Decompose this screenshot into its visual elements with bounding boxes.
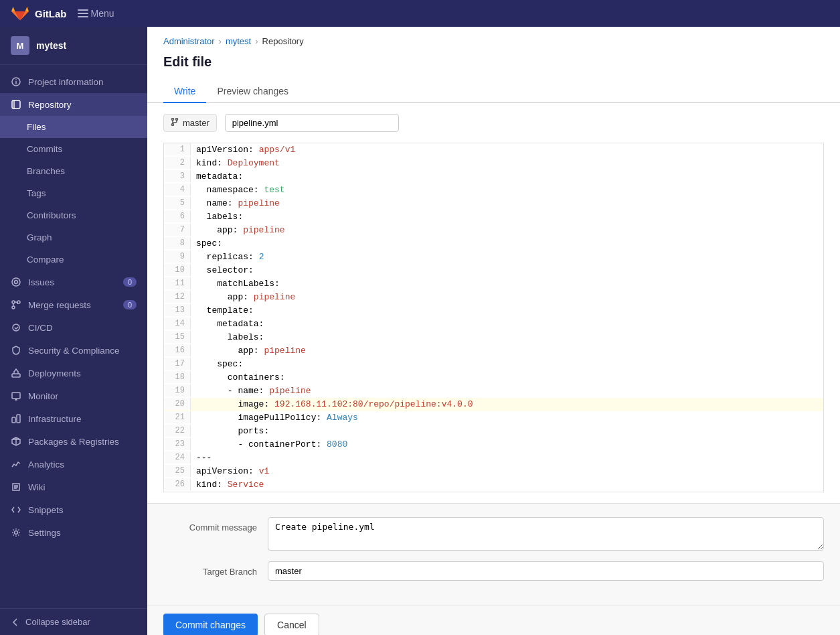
form-actions: Commit changes Cancel: [147, 605, 840, 635]
line-number: 13: [164, 304, 191, 316]
sidebar-item-label: Security & Compliance: [28, 346, 120, 356]
project-header[interactable]: M mytest: [0, 27, 147, 65]
security-icon: [11, 345, 21, 356]
line-number: 9: [164, 251, 191, 263]
sidebar-item-analytics[interactable]: Analytics: [0, 453, 147, 476]
sidebar-item-tags[interactable]: Tags: [0, 182, 147, 204]
code-line: 11 matchLabels:: [164, 277, 823, 291]
sidebar-item-infrastructure[interactable]: Infrastructure: [0, 407, 147, 430]
merge-icon: [11, 299, 21, 310]
line-content: spec:: [191, 237, 823, 250]
line-content: apiVersion: apps/v1: [191, 143, 823, 156]
sidebar-item-security[interactable]: Security & Compliance: [0, 339, 147, 362]
code-editor[interactable]: 1apiVersion: apps/v12kind: Deployment3me…: [163, 143, 824, 492]
line-number: 23: [164, 438, 191, 450]
sidebar-item-project-information[interactable]: Project information: [0, 70, 147, 93]
sidebar-item-branches[interactable]: Branches: [0, 160, 147, 182]
breadcrumb-current: Repository: [262, 36, 304, 46]
breadcrumb-admin[interactable]: Administrator: [163, 36, 215, 46]
sidebar-item-monitor[interactable]: Monitor: [0, 384, 147, 407]
code-line: 18 containers:: [164, 371, 823, 384]
cicd-icon: [11, 322, 21, 333]
code-line: 8spec:: [164, 237, 823, 251]
tab-write[interactable]: Write: [163, 80, 206, 103]
sidebar-item-packages[interactable]: Packages & Registries: [0, 430, 147, 453]
sidebar-item-snippets[interactable]: Snippets: [0, 498, 147, 521]
sidebar-item-label: Repository: [28, 100, 72, 110]
line-content: selector:: [191, 264, 823, 277]
breadcrumb-project[interactable]: mytest: [226, 36, 251, 46]
code-line: 3metadata:: [164, 170, 823, 184]
sidebar-item-graph[interactable]: Graph: [0, 226, 147, 249]
sidebar-item-repository[interactable]: Repository: [0, 93, 147, 116]
target-branch-input[interactable]: [268, 561, 824, 581]
sidebar-nav: Project information Repository Files Com…: [0, 65, 147, 608]
line-content: kind: Service: [191, 478, 823, 491]
code-line: 25apiVersion: v1: [164, 465, 823, 478]
sidebar-item-label: Issues: [28, 277, 54, 287]
sidebar-item-issues[interactable]: Issues 0: [0, 271, 147, 293]
branch-selector[interactable]: master: [163, 114, 217, 132]
commit-message-input[interactable]: [268, 517, 824, 551]
line-content: metadata:: [191, 318, 823, 330]
breadcrumb: Administrator › mytest › Repository: [147, 27, 840, 52]
sidebar-item-merge-requests[interactable]: Merge requests 0: [0, 293, 147, 316]
sidebar-item-commits[interactable]: Commits: [0, 138, 147, 160]
cancel-button[interactable]: Cancel: [264, 614, 319, 635]
svg-point-27: [176, 119, 178, 121]
line-number: 4: [164, 184, 191, 196]
sidebar-item-label: Project information: [28, 77, 104, 87]
line-content: ---: [191, 451, 823, 464]
line-number: 22: [164, 425, 191, 437]
line-number: 24: [164, 451, 191, 464]
sidebar-item-deployments[interactable]: Deployments: [0, 362, 147, 384]
svg-point-9: [15, 281, 18, 284]
line-number: 12: [164, 291, 191, 303]
tab-preview[interactable]: Preview changes: [206, 80, 299, 103]
commit-changes-button[interactable]: Commit changes: [163, 614, 258, 635]
code-line: 6 labels:: [164, 210, 823, 224]
sidebar-item-settings[interactable]: Settings: [0, 521, 147, 544]
sidebar-item-compare[interactable]: Compare: [0, 249, 147, 271]
sidebar-item-cicd[interactable]: CI/CD: [0, 316, 147, 339]
svg-rect-1: [78, 13, 88, 14]
deploy-icon: [11, 368, 21, 378]
sidebar-item-label: Wiki: [28, 482, 46, 492]
svg-point-24: [15, 531, 18, 535]
code-line: 13 template:: [164, 304, 823, 318]
line-content: name: pipeline: [191, 197, 823, 210]
code-line: 23 - containerPort: 8080: [164, 438, 823, 451]
sidebar-item-label: Contributors: [27, 210, 76, 220]
menu-button[interactable]: Menu: [78, 8, 114, 19]
line-content: labels:: [191, 210, 823, 223]
line-number: 2: [164, 157, 191, 169]
line-number: 14: [164, 318, 191, 330]
line-content: matchLabels:: [191, 277, 823, 290]
code-line: 14 metadata:: [164, 318, 823, 331]
sidebar-item-label: Snippets: [28, 505, 64, 515]
file-header: master: [147, 114, 840, 143]
sidebar-item-contributors[interactable]: Contributors: [0, 204, 147, 226]
svg-rect-0: [78, 9, 88, 11]
breadcrumb-sep-2: ›: [255, 36, 258, 46]
filename-input[interactable]: [225, 114, 399, 132]
code-line: 9 replicas: 2: [164, 251, 823, 264]
line-content: labels:: [191, 331, 823, 344]
line-content: apiVersion: v1: [191, 465, 823, 478]
line-content: metadata:: [191, 170, 823, 183]
code-line: 20 image: 192.168.11.102:80/repo/pipelin…: [164, 398, 823, 411]
sidebar-item-files[interactable]: Files: [0, 116, 147, 138]
collapse-sidebar-button[interactable]: Collapse sidebar: [11, 617, 137, 627]
sidebar-item-label: Settings: [28, 528, 61, 538]
svg-rect-4: [15, 81, 17, 84]
line-number: 16: [164, 344, 191, 356]
breadcrumb-sep-1: ›: [219, 36, 222, 46]
info-icon: [11, 76, 21, 87]
sidebar-item-wiki[interactable]: Wiki: [0, 476, 147, 498]
line-number: 6: [164, 210, 191, 222]
commit-message-label: Commit message: [163, 517, 257, 533]
code-line: 4 namespace: test: [164, 184, 823, 197]
gitlab-logo[interactable]: GitLab: [11, 4, 67, 23]
sidebar-item-label: Branches: [27, 166, 65, 176]
sidebar-item-label: Compare: [27, 255, 64, 265]
